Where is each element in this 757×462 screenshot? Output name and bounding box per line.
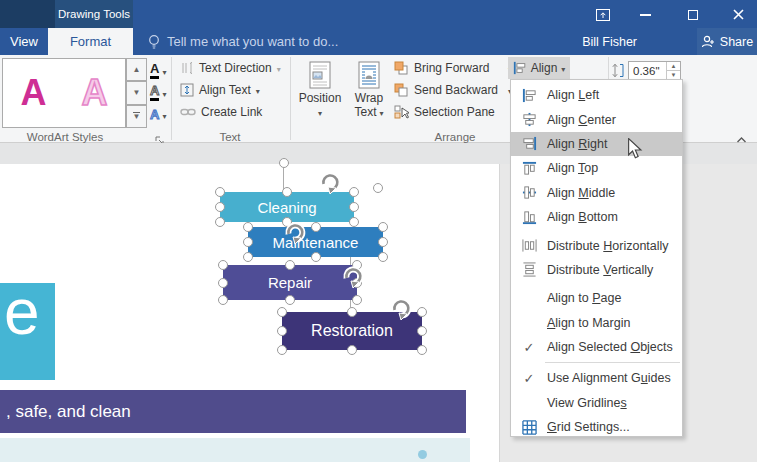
- selection-handle[interactable]: [349, 217, 359, 227]
- chevron-down-icon: [561, 61, 565, 75]
- wordart-style-gallery[interactable]: A A: [2, 58, 126, 128]
- ribbon-display-options-icon: [596, 9, 610, 21]
- selection-pane-icon: [394, 105, 409, 119]
- group-separator: [171, 57, 172, 140]
- selection-handle[interactable]: [215, 217, 225, 227]
- user-name[interactable]: Bill Fisher: [582, 28, 637, 55]
- close-button[interactable]: [724, 6, 752, 23]
- ribbon-display-options-button[interactable]: [589, 6, 617, 23]
- menu-item-align-middle[interactable]: Align Middle: [511, 181, 682, 205]
- selection-handle[interactable]: [285, 295, 295, 305]
- selection-handle[interactable]: [243, 222, 253, 232]
- selection-handle[interactable]: [417, 326, 427, 336]
- selection-handle[interactable]: [417, 307, 427, 317]
- height-spinner[interactable]: ▲ ▼: [666, 62, 680, 79]
- selection-pane-button[interactable]: Selection Pane: [394, 105, 495, 119]
- gallery-scroll-down-button[interactable]: ▼: [126, 81, 147, 104]
- shape-repair[interactable]: Repair: [223, 265, 357, 300]
- menu-item-align-bottom[interactable]: Align Bottom: [511, 205, 682, 229]
- maximize-button[interactable]: [679, 6, 707, 23]
- menu-item-use-alignment-guides[interactable]: Use Alignment Guides: [511, 366, 682, 390]
- text-fill-button[interactable]: A: [150, 60, 184, 80]
- selection-handle[interactable]: [311, 252, 321, 262]
- menu-item-align-top[interactable]: Align Top: [511, 156, 682, 180]
- minimize-button[interactable]: [631, 6, 659, 23]
- selection-handle[interactable]: [352, 295, 362, 305]
- selection-handle[interactable]: [347, 307, 357, 317]
- align-left-icon: [511, 88, 547, 103]
- shape-maintenance[interactable]: Maintenance: [248, 227, 383, 257]
- rotate-handle-icon[interactable]: [340, 264, 366, 290]
- menu-item-align-to-margin[interactable]: Align to Margin: [511, 311, 682, 335]
- rotate-handle-icon[interactable]: [317, 170, 343, 196]
- selection-handle[interactable]: [349, 187, 359, 197]
- gallery-scroll-up-button[interactable]: ▲: [126, 58, 147, 81]
- checkmark-icon: [511, 340, 547, 355]
- selection-handle[interactable]: [243, 252, 253, 262]
- selection-handle[interactable]: [218, 295, 228, 305]
- menu-item-align-left[interactable]: Align Left: [511, 83, 682, 107]
- selection-handle[interactable]: [215, 202, 225, 212]
- word-window: Drawing Tools View Format Tell me what y…: [0, 0, 757, 462]
- menu-item-distribute-horizontally[interactable]: Distribute Horizontally: [511, 233, 682, 257]
- connector-handle[interactable]: [279, 158, 289, 168]
- create-link-button[interactable]: Create Link: [180, 105, 262, 119]
- text-outline-button[interactable]: A: [150, 82, 184, 102]
- selection-handle[interactable]: [378, 252, 388, 262]
- selection-handle[interactable]: [285, 260, 295, 270]
- selection-handle[interactable]: [277, 326, 287, 336]
- selection-handle[interactable]: [215, 187, 225, 197]
- contextual-tab-group-label: Drawing Tools: [55, 0, 133, 28]
- purple-banner: , safe, and clean: [0, 390, 466, 433]
- text-outline-icon: A: [150, 83, 159, 101]
- selection-handle[interactable]: [277, 345, 287, 355]
- align-dropdown-menu: Align Left Align Center Align Right Alig…: [510, 79, 683, 437]
- rotate-handle-icon[interactable]: [388, 296, 414, 322]
- shape-height-value: 0.36": [633, 65, 659, 77]
- selection-handle[interactable]: [218, 278, 228, 288]
- menu-item-grid-settings[interactable]: Grid Settings...: [511, 415, 682, 439]
- text-effects-button[interactable]: A: [150, 104, 184, 124]
- menu-item-align-right[interactable]: Align Right: [511, 132, 682, 156]
- wordart-style-outline[interactable]: A: [82, 72, 108, 114]
- bring-forward-button[interactable]: Bring Forward: [394, 61, 512, 75]
- selection-handle[interactable]: [243, 237, 253, 247]
- rotate-handle-icon[interactable]: [282, 220, 308, 246]
- selection-handle[interactable]: [218, 260, 228, 270]
- align-text-button[interactable]: Align Text: [180, 83, 260, 97]
- gallery-more-button[interactable]: ▼: [126, 105, 147, 128]
- selection-handle[interactable]: [282, 187, 292, 197]
- selection-handle[interactable]: [277, 307, 287, 317]
- wordart-style-fill[interactable]: A: [21, 72, 47, 114]
- wrap-text-button[interactable]: Wrap Text: [348, 57, 390, 129]
- send-backward-button[interactable]: Send Backward: [394, 83, 512, 97]
- bring-forward-icon: [394, 61, 409, 75]
- wrap-text-label: Wrap: [355, 91, 383, 105]
- gallery-more-icon: ▼: [133, 112, 141, 121]
- share-button[interactable]: Share: [697, 28, 757, 55]
- tab-format[interactable]: Format: [48, 28, 133, 55]
- selection-handle[interactable]: [347, 345, 357, 355]
- align-button[interactable]: Align: [508, 57, 570, 79]
- group-label-wordart: WordArt Styles: [10, 131, 120, 143]
- selection-handle[interactable]: [378, 222, 388, 232]
- tell-me-box[interactable]: Tell me what you want to do...: [148, 28, 338, 55]
- wordart-title-fragment: e: [0, 283, 55, 380]
- selection-handle[interactable]: [378, 237, 388, 247]
- menu-item-view-gridlines[interactable]: View Gridlines: [511, 391, 682, 415]
- menu-item-align-to-page[interactable]: Align to Page: [511, 286, 682, 310]
- selection-handle[interactable]: [349, 202, 359, 212]
- selection-handle[interactable]: [311, 222, 321, 232]
- tab-view[interactable]: View: [0, 28, 48, 55]
- shape-height-input[interactable]: 0.36" ▲ ▼: [628, 61, 681, 80]
- align-text-label: Align Text: [199, 83, 251, 97]
- position-button[interactable]: Position: [296, 57, 344, 129]
- menu-item-distribute-vertically[interactable]: Distribute Vertically: [511, 258, 682, 282]
- menu-item-align-center[interactable]: Align Center: [511, 107, 682, 131]
- shape-cleaning[interactable]: Cleaning: [220, 192, 354, 222]
- distribute-vertically-icon: [511, 262, 547, 277]
- text-direction-button[interactable]: Text Direction: [180, 61, 281, 75]
- menu-item-align-selected-objects[interactable]: Align Selected Objects: [511, 335, 682, 359]
- connector-handle[interactable]: [373, 183, 383, 193]
- selection-handle[interactable]: [417, 345, 427, 355]
